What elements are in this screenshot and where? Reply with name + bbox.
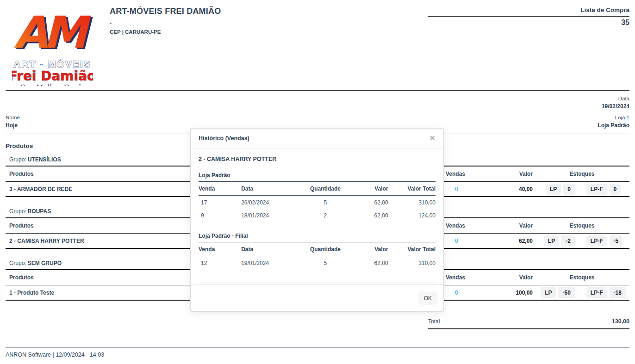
lp-badge-label: LP <box>541 287 556 298</box>
report-title: Lista de Compra <box>428 6 629 17</box>
estoques-cell: LP 0 LP-F 0 <box>535 184 629 195</box>
valor-value: 62,00 <box>491 238 535 244</box>
column-header-estoques: Estoques <box>535 274 629 281</box>
modal-product-name: 2 - CAMISA HARRY POTTER <box>199 156 436 162</box>
group-label-prefix: Grupo: <box>9 208 26 215</box>
column-header-estoques: Estoques <box>535 171 629 177</box>
data-header: Data <box>241 182 298 196</box>
valor-cell: 62,00 <box>353 196 388 209</box>
close-icon[interactable]: ✕ <box>430 135 436 142</box>
historico-vendas-modal: Histórico (Vendas) ✕ 2 - CAMISA HARRY PO… <box>190 128 444 312</box>
quantidade-header: Quantidade <box>298 242 353 256</box>
data-cell: 18/01/2024 <box>241 209 298 222</box>
logo-line-frei-damiao: Frei Damião <box>12 68 93 84</box>
total-value: 130,00 <box>612 318 629 325</box>
data-header: Data <box>241 242 298 256</box>
sales-row: 9 18/01/2024 2 62,00 124,00 <box>199 209 436 222</box>
group-label-prefix: Grupo: <box>9 156 26 163</box>
valor-cell: 62,00 <box>353 256 388 270</box>
estoques-cell: LP -2 LP-F -5 <box>535 235 629 247</box>
quantidade-header: Quantidade <box>298 182 353 196</box>
report-number: 35 <box>428 19 629 27</box>
name-label: Nome <box>6 115 20 120</box>
company-cep-line: CEP | CARUARU-PE <box>110 29 221 35</box>
sales-header-row: Venda Data Quantidade Valor Valor Total <box>199 242 436 256</box>
lp-badge-value: 0 <box>563 184 575 195</box>
valor-total-header: Valor Total <box>388 182 436 196</box>
logo-line-art-moveis: ART - MÓVEIS <box>13 59 91 69</box>
venda-cell: 9 <box>199 209 241 222</box>
logo-tagline: Sua Melhor Opção <box>19 83 86 86</box>
modal-body-divider <box>199 283 436 283</box>
vendas-count-link[interactable]: 0 <box>455 290 458 296</box>
valor-total-cell: 310,00 <box>388 196 436 209</box>
meta-date-block: Data 19/02/2024 <box>602 96 629 110</box>
lp-badge-value: -50 <box>558 287 574 298</box>
group-name: UTENSÍLIOS <box>28 156 61 163</box>
lp-badge-label: LP <box>544 235 559 247</box>
quantidade-cell: 2 <box>298 209 353 222</box>
sales-table: Venda Data Quantidade Valor Valor Total … <box>199 242 436 269</box>
lp-badge-value: -2 <box>561 235 575 247</box>
group-label-prefix: Grupo: <box>9 260 26 266</box>
lpf-badge-label: LP-F <box>586 235 607 247</box>
total-row: Total 130,00 <box>428 318 629 329</box>
meta-store-block: Loja 1 Loja Padrão <box>598 115 629 129</box>
column-header-valor: Valor <box>491 171 535 177</box>
sales-header-row: Venda Data Quantidade Valor Valor Total <box>199 182 436 196</box>
modal-header: Histórico (Vendas) ✕ <box>191 129 443 148</box>
data-cell: 19/01/2024 <box>241 256 298 270</box>
sales-row: 17 26/02/2024 5 62,00 310,00 <box>199 196 436 209</box>
total-label: Total <box>428 318 440 325</box>
ok-button[interactable]: OK <box>418 291 437 305</box>
lpf-badge-value: -18 <box>610 287 626 298</box>
modal-title: Histórico (Vendas) <box>199 135 249 142</box>
valor-cell: 62,00 <box>353 209 388 222</box>
logo-graphic: AM AM ART - MÓVEIS Frei Damião Sua Melho… <box>12 11 93 86</box>
column-header-vendas: Vendas <box>442 222 491 229</box>
lpf-badge-label: LP-F <box>586 287 607 298</box>
report-header: Lista de Compra 35 <box>428 6 629 27</box>
quantidade-cell: 5 <box>298 256 353 270</box>
store-section-loja-padrao-filial: Loja Padrão - Filial Venda Data Quantida… <box>199 233 436 269</box>
column-header-vendas: Vendas <box>442 171 491 177</box>
vendas-count-link[interactable]: 0 <box>455 238 458 244</box>
logo-monogram: AM <box>14 11 92 58</box>
header-divider <box>6 90 629 91</box>
date-value: 19/02/2024 <box>602 103 629 110</box>
venda-cell: 12 <box>199 256 241 270</box>
store-value: Loja Padrão <box>598 122 629 129</box>
column-header-estoques: Estoques <box>535 222 629 229</box>
company-header: ART-MÓVEIS FREI DAMIÃO - CEP | CARUARU-P… <box>110 6 221 35</box>
store-section-title: Loja Padrão <box>199 172 436 182</box>
vendas-count-link[interactable]: 0 <box>455 186 458 192</box>
group-name: ROUPAS <box>28 208 51 215</box>
quantidade-cell: 5 <box>298 196 353 209</box>
valor-value: 100,00 <box>491 290 535 296</box>
data-cell: 26/02/2024 <box>241 196 298 209</box>
sales-row: 12 19/01/2024 5 62,00 310,00 <box>199 256 436 270</box>
footer-text: ANRON Software | 12/09/2024 - 14:03 <box>6 352 104 358</box>
meta-name-block: Nome Hoje <box>6 115 20 129</box>
valor-value: 40,00 <box>491 186 535 192</box>
store-section-loja-padrao: Loja Padrão Venda Data Quantidade Valor … <box>199 172 436 222</box>
group-name: SEM GRUPO <box>28 260 62 266</box>
venda-header: Venda <box>199 182 241 196</box>
valor-header: Valor <box>353 182 388 196</box>
company-logo: AM AM ART - MÓVEIS Frei Damião Sua Melho… <box>12 11 93 86</box>
modal-body: 2 - CAMISA HARRY POTTER Loja Padrão Vend… <box>191 148 443 283</box>
lp-badge-label: LP <box>546 184 561 195</box>
products-section-heading: Produtos <box>6 142 33 149</box>
modal-footer: OK <box>191 284 443 311</box>
name-value: Hoje <box>6 122 20 129</box>
lpf-badge-label: LP-F <box>586 184 607 195</box>
date-label: Data <box>602 96 629 101</box>
lpf-badge-value: 0 <box>610 184 621 195</box>
valor-header: Valor <box>353 242 388 256</box>
column-header-valor: Valor <box>491 222 535 229</box>
lpf-badge-value: -5 <box>610 235 623 247</box>
footer-divider <box>6 347 629 348</box>
valor-total-cell: 310,00 <box>388 256 436 270</box>
venda-cell: 17 <box>199 196 241 209</box>
valor-total-header: Valor Total <box>388 242 436 256</box>
